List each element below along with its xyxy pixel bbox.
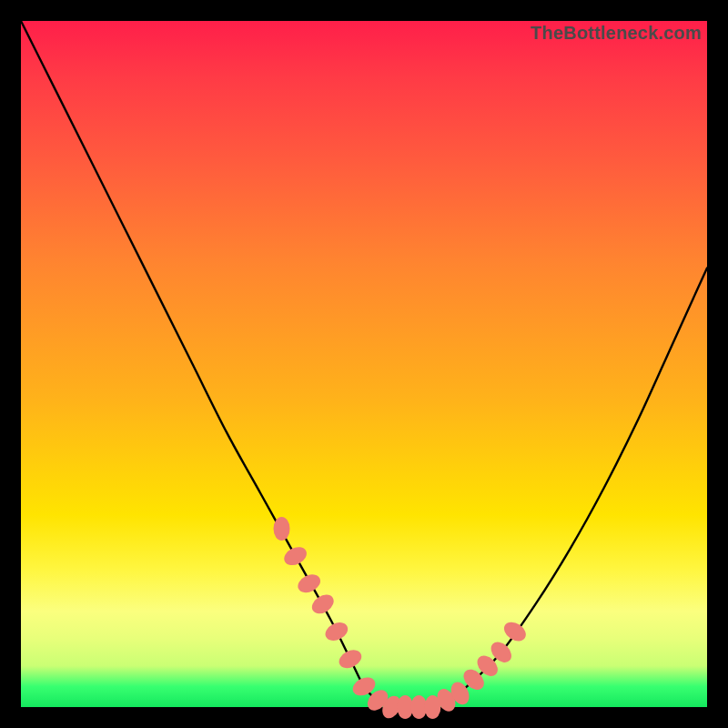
highlight-dot [295, 571, 323, 596]
bottleneck-curve-line [21, 21, 707, 708]
highlight-dot [308, 591, 338, 617]
chart-plot-area: TheBottleneck.com [21, 21, 707, 707]
highlight-dot [281, 543, 309, 569]
highlight-dot [322, 619, 350, 644]
highlight-dots-group [274, 517, 530, 722]
highlight-dot [336, 646, 364, 672]
highlight-dot [500, 618, 530, 644]
highlight-dot [274, 517, 290, 541]
chart-frame: TheBottleneck.com [0, 0, 728, 728]
chart-svg [21, 21, 707, 707]
